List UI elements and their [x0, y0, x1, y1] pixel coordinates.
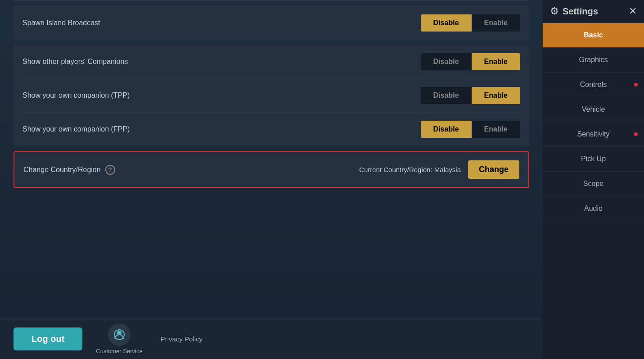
settings-header: ⚙ Settings ✕	[543, 0, 644, 23]
nav-vehicle[interactable]: Vehicle	[543, 97, 644, 122]
spawn-island-disable-btn[interactable]: Disable	[421, 14, 472, 32]
spawn-island-row: Spawn Island Broadcast Disable Enable	[14, 5, 529, 41]
own-companion-tpp-label: Show your own companion (TPP)	[23, 91, 130, 100]
other-companions-toggle: Disable Enable	[421, 53, 520, 70]
customer-service-label: Customer Service	[96, 348, 142, 354]
nav-scope[interactable]: Scope	[543, 172, 644, 196]
nav-graphics[interactable]: Graphics	[543, 48, 644, 73]
settings-panel: ⚙ Settings ✕ Basic Graphics Controls Veh…	[543, 0, 644, 359]
top-divider	[14, 0, 529, 1]
gear-icon: ⚙	[550, 5, 559, 17]
nav-sensitivity[interactable]: Sensitivity	[543, 122, 644, 147]
spawn-island-enable-btn[interactable]: Enable	[472, 14, 520, 32]
own-companion-tpp-toggle: Disable Enable	[421, 87, 520, 104]
customer-service-icon	[108, 323, 131, 346]
nav-pickup[interactable]: Pick Up	[543, 147, 644, 172]
change-country-button[interactable]: Change	[468, 160, 519, 179]
main-content: Spawn Island Broadcast Disable Enable Sh…	[0, 0, 543, 359]
spawn-island-label: Spawn Island Broadcast	[23, 19, 100, 27]
own-companion-tpp-enable-btn[interactable]: Enable	[472, 87, 520, 104]
nav-controls[interactable]: Controls	[543, 73, 644, 97]
settings-header-left: ⚙ Settings	[550, 5, 598, 17]
help-icon[interactable]: ?	[105, 165, 115, 175]
sensitivity-notification-dot	[634, 132, 638, 136]
own-companion-fpp-enable-btn[interactable]: Enable	[472, 121, 520, 138]
own-companion-fpp-label: Show your own companion (FPP)	[23, 125, 130, 133]
country-region-section: Change Country/Region ? Current Country/…	[14, 151, 529, 188]
other-companions-label: Show other players' Companions	[23, 58, 128, 66]
close-icon[interactable]: ✕	[629, 5, 637, 17]
nav-audio[interactable]: Audio	[543, 196, 644, 221]
companions-section: Show other players' Companions Disable E…	[14, 45, 529, 146]
own-companion-fpp-toggle: Disable Enable	[421, 121, 520, 138]
logout-button[interactable]: Log out	[14, 327, 82, 350]
own-companion-tpp-row: Show your own companion (TPP) Disable En…	[23, 79, 520, 113]
country-current-value: Current Country/Region: Malaysia	[359, 166, 461, 173]
own-companion-fpp-disable-btn[interactable]: Disable	[421, 121, 472, 138]
customer-service-button[interactable]: Customer Service	[96, 323, 142, 354]
own-companion-tpp-disable-btn[interactable]: Disable	[421, 87, 472, 104]
country-right: Current Country/Region: Malaysia Change	[359, 160, 519, 179]
country-label: Change Country/Region	[23, 166, 101, 174]
spawn-island-toggle: Disable Enable	[421, 14, 520, 32]
country-left: Change Country/Region ?	[23, 165, 115, 175]
own-companion-fpp-row: Show your own companion (FPP) Disable En…	[23, 113, 520, 146]
controls-notification-dot	[634, 83, 638, 86]
other-companions-row: Show other players' Companions Disable E…	[23, 45, 520, 79]
settings-title: Settings	[563, 6, 598, 17]
other-companions-enable-btn[interactable]: Enable	[472, 53, 520, 70]
privacy-policy-link[interactable]: Privacy Policy	[161, 335, 203, 343]
bottom-bar: Log out Customer Service Privacy Policy	[0, 318, 543, 359]
nav-basic[interactable]: Basic	[543, 23, 644, 48]
other-companions-disable-btn[interactable]: Disable	[421, 53, 472, 70]
